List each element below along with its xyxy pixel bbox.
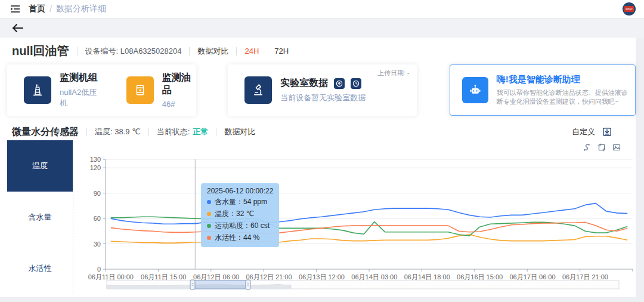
- sensor-title: 微量水分传感器: [12, 126, 79, 138]
- upload-date-label: 上传日期: -: [377, 69, 410, 78]
- monitor-unit-text: 监测机组 nullA2低压机: [60, 72, 100, 109]
- monitor-unit-value: nullA2低压机: [60, 87, 100, 109]
- device-title-row: null回油管 设备编号: L08A6325028204 数据对比 24H 72…: [0, 38, 636, 63]
- chart-tab-0[interactable]: 温度: [7, 140, 73, 192]
- svg-text:130: 130: [90, 156, 101, 163]
- sensor-chart-svg[interactable]: 030609012013006月11日 00:0006月11日 15:0006月…: [73, 140, 636, 300]
- status-badge: 正常: [193, 127, 208, 137]
- robot-icon: [462, 77, 488, 103]
- save-image-icon[interactable]: [612, 143, 621, 152]
- chart-tabs: 温度含水量水活性: [7, 140, 73, 294]
- menu-collapse-icon[interactable]: [11, 5, 20, 13]
- svg-text:120: 120: [90, 164, 101, 171]
- lab-data-status: 当前设备暂无实验室数据: [280, 93, 366, 103]
- lab-data-card: 上传日期: - 实验室数据 当前设备暂无实验室数据: [228, 64, 416, 116]
- oil-barrel-icon: [126, 76, 154, 104]
- ai-assistant-desc: 我可以帮你智能化诊断油品状态、提供油液诊断专业化润滑设备监测建议，快问问我吧~: [497, 88, 631, 106]
- breadcrumb-separator: /: [49, 4, 52, 14]
- divider: [86, 128, 87, 136]
- monitor-unit-title: 监测机组: [60, 72, 100, 84]
- lab-data-text: 实验室数据 当前设备暂无实验室数据: [280, 77, 366, 103]
- customize-button[interactable]: 自定义: [572, 127, 595, 137]
- svg-text:06月17日 06:00: 06月17日 06:00: [510, 273, 556, 281]
- back-button[interactable]: [12, 23, 24, 33]
- sensor-chart-panel: 温度含水量水活性 2025-06-12 00:00:22 含水量：54 ppm温…: [7, 140, 636, 302]
- microscope-icon: [244, 76, 272, 104]
- box-select-icon[interactable]: [597, 143, 606, 152]
- ai-assistant-text: 嗨!我是智能诊断助理 我可以帮你智能化诊断油品状态、提供油液诊断专业化润滑设备监…: [497, 74, 631, 106]
- history-icon[interactable]: [351, 78, 361, 89]
- svg-text:06月11日 00:00: 06月11日 00:00: [88, 273, 134, 281]
- svg-text:06月12日 06:00: 06月12日 06:00: [193, 273, 239, 281]
- sensor-temperature: 温度: 38.9 ℃: [95, 127, 141, 137]
- svg-text:06月14日 18:00: 06月14日 18:00: [404, 273, 450, 281]
- cards-row: 监测机组 nullA2低压机 监测油品 46# 上传日期: - 实验室数据: [7, 64, 636, 116]
- divider: [189, 47, 190, 56]
- svg-text:06月13日 12:00: 06月13日 12:00: [299, 273, 345, 281]
- export-download-icon[interactable]: [602, 127, 612, 137]
- top-header: 首页 / 数据分析详细 inzec: [0, 0, 644, 19]
- lab-data-title: 实验室数据: [280, 77, 328, 90]
- range-72h-button[interactable]: 72H: [274, 47, 289, 56]
- monitor-card: 监测机组 nullA2低压机 监测油品 46#: [7, 64, 196, 116]
- svg-text:06月12日 21:00: 06月12日 21:00: [246, 273, 292, 281]
- restore-icon[interactable]: [583, 143, 591, 152]
- upload-icon[interactable]: [334, 78, 345, 89]
- sensor-compare-button[interactable]: 数据对比: [224, 127, 255, 137]
- chart-region: 2025-06-12 00:00:22 含水量：54 ppm温度：32 ℃运动粘…: [73, 140, 636, 302]
- range-24h-button[interactable]: 24H: [244, 47, 259, 56]
- chart-toolbox: [583, 143, 621, 152]
- svg-text:60: 60: [94, 215, 101, 222]
- main-content: null回油管 设备编号: L08A6325028204 数据对比 24H 72…: [0, 38, 636, 297]
- svg-text:06月16日 15:00: 06月16日 15:00: [457, 273, 503, 281]
- sensor-header-row: 微量水分传感器 温度: 38.9 ℃ 当前状态: 正常 数据对比 自定义: [0, 124, 636, 140]
- ai-assistant-card[interactable]: 嗨!我是智能诊断助理 我可以帮你智能化诊断油品状态、提供油液诊断专业化润滑设备监…: [450, 64, 636, 116]
- sensor-status-label: 当前状态:: [157, 127, 190, 137]
- device-title: null回油管: [12, 43, 69, 59]
- divider: [77, 47, 78, 56]
- device-serial: 设备编号: L08A6325028204: [85, 46, 182, 57]
- breadcrumb-home[interactable]: 首页: [29, 4, 45, 14]
- divider: [216, 128, 216, 136]
- machine-unit-icon: [24, 76, 51, 104]
- divider: [148, 128, 149, 136]
- monitor-oil-text: 监测油品 46#: [162, 72, 197, 109]
- svg-text:30: 30: [94, 241, 101, 248]
- user-avatar[interactable]: inzec: [623, 2, 636, 16]
- sub-header: [0, 19, 644, 38]
- svg-text:0: 0: [97, 266, 101, 273]
- svg-text:90: 90: [94, 190, 101, 197]
- monitor-oil-title: 监测油品: [162, 72, 197, 97]
- chart-tab-2[interactable]: 水活性: [7, 243, 73, 294]
- data-compare-label: 数据对比: [197, 46, 228, 57]
- avatar-logo: inzec: [624, 6, 634, 12]
- monitor-oil-value: 46#: [162, 100, 197, 109]
- breadcrumb-current: 数据分析详细: [56, 4, 106, 14]
- ai-assistant-title: 嗨!我是智能诊断助理: [497, 74, 631, 85]
- divider: [236, 47, 237, 56]
- svg-text:06月11日 15:00: 06月11日 15:00: [141, 273, 186, 281]
- chart-tab-1[interactable]: 含水量: [7, 192, 73, 243]
- svg-text:06月17日 21:00: 06月17日 21:00: [562, 273, 608, 281]
- svg-text:06月14日 03:00: 06月14日 03:00: [351, 273, 397, 281]
